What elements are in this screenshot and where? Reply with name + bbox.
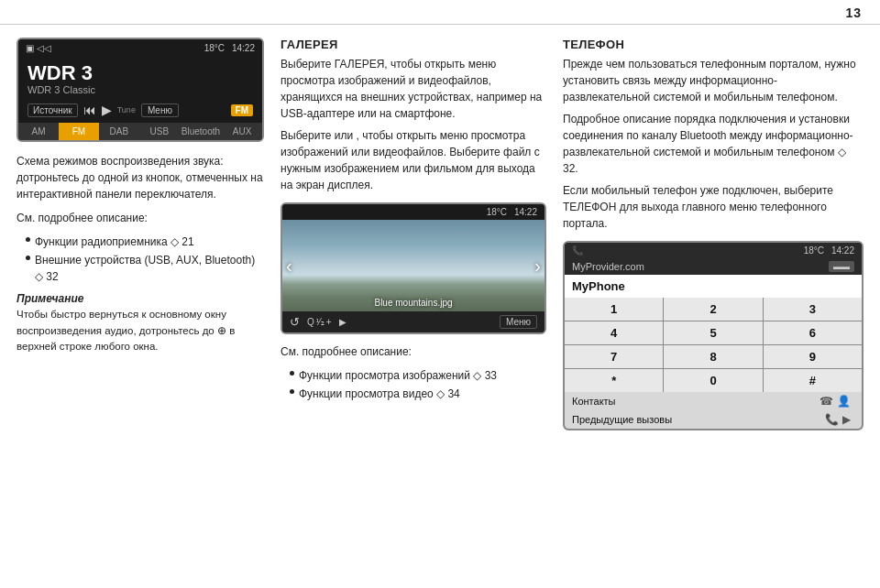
device-icon-symbols: ▣ ◁◁	[26, 43, 51, 53]
gallery-controls-row: ↺ Q ¹⁄₂ + ▶ Меню	[282, 311, 544, 332]
device-temp-time: 18°C 14:22	[204, 43, 255, 53]
phone-signal: ▬▬	[829, 261, 854, 272]
bullet-text-1: Функции радиоприемника ◇ 21	[35, 234, 194, 250]
left-body-text: Схема режимов воспроизведения звука: дот…	[16, 153, 264, 202]
keypad-key-4[interactable]: 4	[565, 321, 663, 344]
left-bullet-2: Внешние устройства (USB, AUX, Bluetooth)…	[26, 252, 264, 285]
source-tab-dab[interactable]: DAB	[99, 123, 139, 140]
note-section: Примечание Чтобы быстро вернуться к осно…	[16, 290, 264, 354]
gallery-bullet-text-1: Функции просмотра изображений ◇ 33	[299, 367, 497, 384]
phone-contacts-label[interactable]: Контакты	[572, 396, 616, 407]
gallery-zoom: Q ¹⁄₂ + ▶	[307, 317, 346, 327]
gallery-body-1: Выберите ГАЛЕРЕЯ, чтобы открыть меню про…	[280, 56, 546, 122]
left-bullet-list: Функции радиоприемника ◇ 21 Внешние устр…	[26, 234, 264, 285]
keypad-key-6[interactable]: 6	[764, 321, 862, 344]
station-name: WDR 3	[28, 62, 253, 84]
note-title: Примечание	[16, 292, 83, 305]
gallery-bullet-list: Функции просмотра изображений ◇ 33 Функц…	[290, 367, 546, 402]
phone-body-1: Прежде чем пользоваться телефонным порта…	[563, 56, 864, 105]
source-tab-fm[interactable]: FM	[59, 123, 99, 140]
call-go-icon[interactable]: ▶	[842, 413, 851, 426]
fm-badge: FM	[231, 104, 253, 116]
gallery-next-arrow[interactable]: ›	[534, 256, 541, 277]
gallery-time: 14:22	[514, 207, 537, 217]
keypad-key-3[interactable]: 3	[764, 298, 862, 321]
gallery-temp: 18°C	[487, 207, 507, 217]
gallery-filename: Blue mountains.jpg	[374, 298, 452, 308]
gallery-bullet-dot-1	[290, 371, 294, 376]
source-tab-usb[interactable]: USB	[139, 123, 180, 140]
phone-device-mockup: 📞 18°C 14:22 MyProvider.com ▬▬ MyPhone 1…	[563, 241, 864, 430]
tune-label: Tune	[117, 105, 136, 114]
phone-top-bar: 📞 18°C 14:22	[565, 243, 862, 258]
bullet-dot-2	[26, 256, 30, 260]
contacts-icon[interactable]: ☎	[820, 395, 833, 408]
keypad-key-0[interactable]: 0	[664, 369, 762, 392]
play-icon[interactable]: ▶	[102, 103, 112, 117]
bullet-dot-1	[26, 237, 30, 242]
source-tabs: AM FM DAB USB Bluetooth AUX	[18, 123, 262, 140]
source-tab-aux[interactable]: AUX	[222, 123, 262, 140]
phone-recents-label[interactable]: Предыдущие вызовы	[572, 414, 672, 425]
device-time: 14:22	[232, 43, 255, 53]
page-title: Введение	[0, 5, 862, 20]
page-header: Введение	[0, 0, 880, 25]
note-text: Чтобы быстро вернуться к основному окну …	[16, 309, 235, 352]
gallery-device-mockup: 18°C 14:22 ‹ › Blue mountains.jpg ↺ Q ¹⁄…	[280, 202, 546, 334]
phone-name-row: MyPhone	[565, 275, 862, 298]
keypad-key-5[interactable]: 5	[664, 321, 762, 344]
gallery-play-icon[interactable]: ▶	[339, 317, 346, 327]
gallery-menu-button[interactable]: Меню	[500, 315, 537, 329]
gallery-ctrl-left: ↺ Q ¹⁄₂ + ▶	[290, 315, 346, 329]
gallery-heading: ГАЛЕРЕЯ	[280, 38, 546, 51]
source-tab-bluetooth[interactable]: Bluetooth	[180, 123, 222, 140]
left-see-more: См. подробнее описание:	[16, 210, 264, 226]
left-bullet-1: Функции радиоприемника ◇ 21	[26, 234, 264, 250]
station-sub: WDR 3 Classic	[28, 84, 253, 95]
device-top-bar: ▣ ◁◁ 18°C 14:22	[18, 39, 262, 57]
menu-button[interactable]: Меню	[141, 103, 179, 117]
keypad-key-1[interactable]: 1	[565, 298, 663, 321]
keypad-key-hash[interactable]: #	[764, 369, 862, 392]
keypad-key-7[interactable]: 7	[565, 345, 663, 368]
phone-temp: 18°C	[804, 245, 824, 256]
gallery-bullet-2: Функции просмотра видео ◇ 34	[290, 386, 546, 402]
left-column: ▣ ◁◁ 18°C 14:22 WDR 3 WDR 3 Classic Исто…	[16, 38, 264, 571]
keypad-key-star[interactable]: *	[565, 369, 663, 392]
gallery-bullet-text-2: Функции просмотра видео ◇ 34	[299, 386, 460, 402]
device-fm-area: Источник ⏮ ▶ Tune Меню FM	[28, 101, 253, 119]
gallery-prev-arrow[interactable]: ‹	[286, 256, 292, 277]
device-screen: WDR 3 WDR 3 Classic Источник ⏮ ▶ Tune Ме…	[18, 57, 262, 123]
keypad-key-9[interactable]: 9	[764, 345, 862, 368]
phone-btn-icons-recents: 📞 ▶	[825, 413, 854, 426]
phone-contacts-row: Контакты ☎ 👤	[565, 392, 862, 410]
gallery-image-area: ‹ › Blue mountains.jpg	[282, 220, 544, 311]
gallery-top-bar: 18°C 14:22	[282, 204, 544, 220]
source-button[interactable]: Источник	[28, 103, 78, 117]
gallery-rotate-icon[interactable]: ↺	[290, 315, 300, 329]
gallery-zoom-label: Q	[307, 317, 314, 327]
phone-body-2: Подробное описание порядка подключения и…	[563, 111, 864, 177]
main-content: ▣ ◁◁ 18°C 14:22 WDR 3 WDR 3 Classic Исто…	[0, 25, 880, 580]
gallery-body-2: Выберите или , чтобы открыть меню просмо…	[280, 127, 546, 193]
contacts-icon2[interactable]: 👤	[837, 395, 851, 408]
gallery-see-more: См. подробнее описание:	[280, 343, 546, 360]
device-temp: 18°C	[204, 43, 225, 53]
keypad-key-8[interactable]: 8	[664, 345, 762, 368]
phone-contact-name: MyPhone	[572, 279, 625, 293]
phone-body-3: Если мобильный телефон уже подключен, вы…	[563, 182, 864, 232]
phone-btn-icons-contacts: ☎ 👤	[820, 395, 854, 408]
gallery-bullet-dot-2	[290, 389, 294, 394]
device-icons: ▣ ◁◁	[26, 43, 51, 53]
phone-top-icon: 📞	[572, 245, 583, 256]
source-tab-am[interactable]: AM	[18, 123, 59, 140]
right-column: ТЕЛЕФОН Прежде чем пользоваться телефонн…	[563, 38, 864, 571]
phone-time: 14:22	[831, 245, 854, 256]
call-icon[interactable]: 📞	[825, 413, 839, 426]
prev-track-icon[interactable]: ⏮	[83, 103, 96, 117]
gallery-zoom-plus-icon[interactable]: +	[326, 317, 332, 327]
device-controls-row: Источник ⏮ ▶ Tune Меню	[28, 103, 179, 117]
keypad-key-2[interactable]: 2	[664, 298, 762, 321]
gallery-zoom-value: ¹⁄₂	[316, 317, 324, 327]
phone-heading: ТЕЛЕФОН	[563, 38, 864, 51]
